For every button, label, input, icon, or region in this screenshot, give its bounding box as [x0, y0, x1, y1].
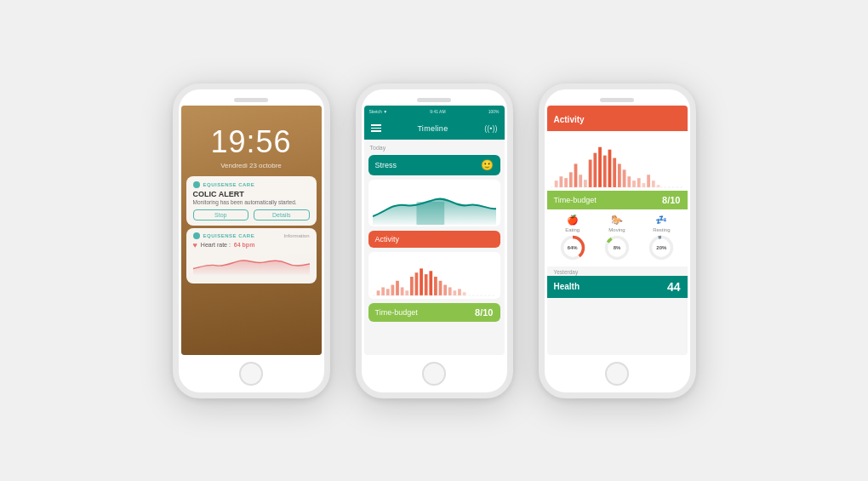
- resting-donut: 20%: [648, 234, 675, 261]
- tl-wifi-icon: ((•)): [484, 124, 497, 133]
- notif-actions-1: Stop Details: [193, 209, 310, 220]
- notif-title-1: COLIC ALERT: [193, 190, 310, 198]
- svg-rect-37: [632, 180, 636, 187]
- svg-rect-9: [414, 272, 418, 295]
- notif-brand-1: EQUISENSE CARE: [203, 182, 255, 187]
- resting-icon: 💤: [655, 215, 667, 226]
- svg-rect-22: [559, 176, 562, 187]
- tl-activity-label: Activity: [375, 235, 400, 243]
- lock-screen: 19:56 Vendredi 23 octobre EQUISENSE CARE…: [181, 106, 322, 355]
- tl-menu-line-2: [371, 128, 381, 129]
- tl-content: Today Stress 🙂: [364, 140, 505, 355]
- svg-rect-33: [613, 157, 616, 186]
- svg-rect-40: [647, 175, 650, 187]
- tl-status-time: 9:41 AM: [430, 109, 445, 114]
- tl-menu-icon[interactable]: [371, 124, 381, 132]
- eating-label: Eating: [565, 227, 580, 232]
- dash-eating-item: 🍎 Eating 64%: [559, 215, 586, 261]
- phone-1-speaker: [234, 98, 268, 102]
- svg-rect-42: [656, 185, 660, 187]
- notif-heart-row: ♥ Heart rate : 64 bpm: [193, 241, 310, 249]
- tl-menu-line-3: [371, 130, 381, 132]
- svg-rect-8: [409, 277, 413, 295]
- phone-3-screen: Activity: [547, 106, 688, 355]
- dash-health-row: Health 44: [554, 280, 681, 294]
- tl-navbar: Timeline ((•)): [364, 117, 505, 140]
- tl-smiley-icon: 🙂: [481, 159, 494, 171]
- phone-2-home-btn[interactable]: [422, 362, 446, 386]
- svg-rect-7: [405, 290, 408, 295]
- notif-body-1: Monitoring has been automatically starte…: [193, 199, 310, 205]
- svg-rect-6: [400, 287, 403, 295]
- svg-rect-1: [376, 290, 380, 295]
- dash-tb-val: 8/10: [662, 195, 680, 205]
- tl-statusbar: Sketch ▼ 9:41 AM 100%: [364, 106, 505, 117]
- dash-screen: Activity: [547, 106, 688, 355]
- notif-dot-2: [193, 232, 200, 239]
- svg-rect-0: [416, 202, 444, 225]
- notif-heart-label: Heart rate :: [201, 242, 231, 248]
- moving-pct: 8%: [614, 245, 621, 250]
- tl-tb-label: Time-budget: [375, 308, 418, 317]
- stress-wave-svg: [373, 186, 496, 225]
- phone-1-screen: 19:56 Vendredi 23 octobre EQUISENSE CARE…: [181, 106, 322, 355]
- svg-rect-21: [554, 180, 557, 187]
- tl-status-battery: 100%: [488, 109, 500, 114]
- resting-label: Resting: [653, 227, 670, 232]
- svg-rect-31: [602, 155, 606, 186]
- phone-1: 19:56 Vendredi 23 octobre EQUISENSE CARE…: [173, 83, 330, 398]
- svg-rect-4: [391, 284, 394, 295]
- dash-eating-row: 🍎 Eating 64% 🐎 Moving: [547, 209, 688, 266]
- svg-rect-41: [651, 180, 654, 187]
- eating-icon: 🍎: [567, 215, 579, 226]
- svg-rect-35: [622, 169, 625, 187]
- dash-activity-bars-svg: [551, 135, 684, 189]
- dash-health-card: Health 44: [547, 276, 688, 298]
- notif-info-2: Information: [283, 233, 309, 238]
- svg-rect-5: [396, 280, 399, 295]
- resting-pct: 20%: [656, 245, 666, 250]
- eating-donut: 64%: [559, 234, 586, 261]
- svg-rect-38: [637, 178, 640, 187]
- svg-rect-14: [438, 280, 442, 295]
- phone-2: Sketch ▼ 9:41 AM 100% Timeline ((•)): [356, 83, 513, 398]
- svg-rect-3: [385, 289, 389, 295]
- phone-3-home-btn[interactable]: [605, 362, 629, 386]
- dash-health-number: 44: [667, 280, 681, 294]
- dash-activity-header: Activity: [547, 106, 688, 131]
- heart-chart-svg: [193, 252, 310, 276]
- tl-timebudget-card: Time-budget 8/10: [368, 303, 500, 322]
- notif-brand-2: EQUISENSE CARE: [203, 233, 255, 238]
- notif-stop-btn[interactable]: Stop: [193, 209, 249, 220]
- tl-status-signal: Sketch ▼: [369, 109, 388, 114]
- tl-activity-bars-svg: [373, 256, 496, 297]
- timeline-screen: Sketch ▼ 9:41 AM 100% Timeline ((•)): [364, 106, 505, 355]
- heart-icon: ♥: [193, 241, 197, 249]
- svg-rect-2: [381, 287, 385, 295]
- notif-header-2: EQUISENSE CARE Information: [193, 232, 310, 239]
- phone-1-home-btn[interactable]: [239, 362, 263, 386]
- notif-details-btn[interactable]: Details: [254, 209, 310, 220]
- tl-menu-line-1: [371, 124, 381, 126]
- svg-rect-13: [434, 277, 437, 295]
- notif-card-1: EQUISENSE CARE COLIC ALERT Monitoring ha…: [186, 176, 317, 226]
- dash-moving-item: 🐎 Moving 8%: [603, 215, 631, 261]
- moving-icon: 🐎: [611, 215, 623, 226]
- dash-activity-label: Activity: [554, 115, 585, 124]
- svg-rect-30: [598, 146, 602, 186]
- dash-health-label: Health: [554, 282, 580, 291]
- tl-stress-chart: [368, 180, 500, 226]
- phone-2-screen: Sketch ▼ 9:41 AM 100% Timeline ((•)): [364, 106, 505, 355]
- svg-rect-34: [617, 163, 620, 187]
- moving-label: Moving: [608, 227, 625, 232]
- tl-stress-card: Stress 🙂: [368, 155, 500, 175]
- svg-rect-16: [448, 287, 451, 295]
- notif-brand-row-2: EQUISENSE CARE: [193, 232, 255, 239]
- svg-rect-17: [453, 290, 456, 295]
- notif-dot-1: [193, 181, 200, 188]
- svg-rect-32: [608, 149, 611, 186]
- dash-resting-item: 💤 Resting 20%: [648, 215, 675, 261]
- lock-date: Vendredi 23 octobre: [181, 162, 322, 169]
- dash-activity-chart: [547, 131, 688, 191]
- svg-rect-39: [642, 183, 645, 187]
